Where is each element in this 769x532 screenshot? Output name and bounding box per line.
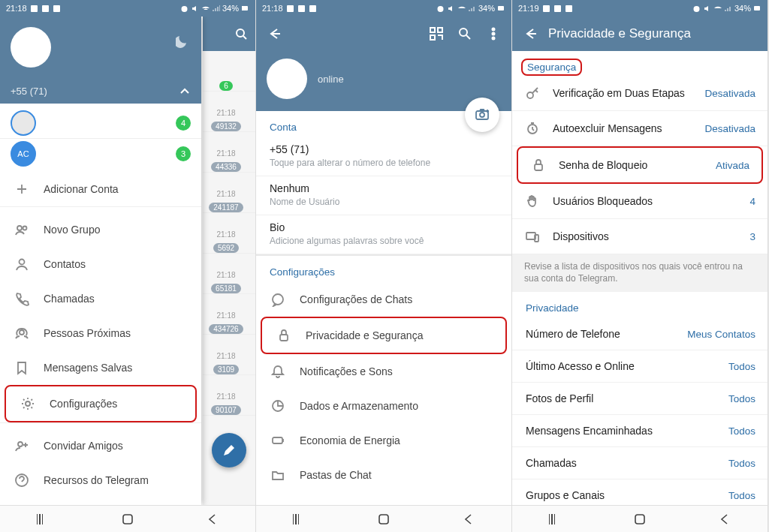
bio-setting[interactable]: Bio Adicione algumas palavras sobre você bbox=[256, 215, 511, 254]
svg-rect-2 bbox=[53, 5, 60, 12]
chat-row[interactable]: 6 bbox=[203, 51, 255, 92]
devices-item[interactable]: Dispositivos 3 bbox=[512, 219, 767, 254]
profile-photos-item[interactable]: Fotos de Perfil Todos bbox=[512, 383, 767, 415]
status-bar: 21:18 34% bbox=[0, 0, 255, 17]
lock-icon bbox=[276, 327, 292, 344]
groups-privacy-item[interactable]: Grupos e Canais Todos bbox=[512, 479, 767, 505]
home-button[interactable] bbox=[378, 513, 390, 525]
drawer-item-label: Convidar Amigos bbox=[44, 440, 188, 452]
power-saving-item[interactable]: Economia de Energia bbox=[256, 423, 511, 458]
setting-primary: Bio bbox=[270, 221, 498, 233]
saved-messages-item[interactable]: Mensagens Salvas bbox=[0, 350, 201, 385]
item-label: Verificação em Duas Etapas bbox=[553, 87, 692, 99]
notifications-item[interactable]: Notificações e Sons bbox=[256, 354, 511, 389]
highlight-security-title: Segurança bbox=[521, 59, 582, 76]
svg-point-29 bbox=[273, 294, 283, 305]
two-step-item[interactable]: Verificação em Duas Etapas Desativada bbox=[512, 76, 767, 111]
nearby-item[interactable]: Pessoas Próximas bbox=[0, 316, 201, 350]
recents-button[interactable] bbox=[549, 514, 561, 524]
more-icon[interactable] bbox=[486, 26, 501, 41]
back-button[interactable] bbox=[463, 513, 475, 525]
search-icon-wrap[interactable] bbox=[203, 17, 255, 51]
qr-icon[interactable] bbox=[429, 26, 444, 41]
battery-pct: 34% bbox=[222, 4, 239, 13]
home-button[interactable] bbox=[634, 513, 646, 525]
mute-icon bbox=[447, 5, 455, 13]
drawer-item-label: Novo Grupo bbox=[44, 224, 188, 236]
passcode-lock-item[interactable]: Senha de Bloqueio Ativada bbox=[518, 148, 761, 182]
last-seen-item[interactable]: Último Acesso e Online Todos bbox=[512, 350, 767, 383]
key-icon bbox=[524, 86, 541, 101]
avatar[interactable] bbox=[11, 27, 51, 68]
svg-rect-1 bbox=[42, 5, 49, 12]
telegram-features-item[interactable]: Recursos do Telegram bbox=[0, 463, 201, 497]
back-button[interactable] bbox=[719, 513, 731, 525]
item-label: Senha de Bloqueio bbox=[559, 159, 704, 171]
bookmark-icon bbox=[14, 359, 30, 376]
calls-item[interactable]: Chamadas bbox=[0, 281, 201, 316]
night-mode-toggle[interactable] bbox=[176, 35, 191, 52]
svg-point-10 bbox=[20, 330, 24, 335]
blocked-users-item[interactable]: Usuários Bloqueados 4 bbox=[512, 184, 767, 219]
svg-rect-22 bbox=[430, 35, 435, 40]
page-title: Privacidade e Segurança bbox=[548, 26, 757, 41]
unread-badge: 4 bbox=[176, 116, 191, 131]
back-button[interactable] bbox=[207, 513, 219, 525]
avatar[interactable] bbox=[267, 59, 307, 99]
chat-row[interactable]: 21:1865181 bbox=[203, 254, 255, 294]
appbar bbox=[256, 17, 511, 51]
phone-privacy-item[interactable]: Número de Telefone Meus Contatos bbox=[512, 318, 767, 350]
android-navbar bbox=[0, 505, 255, 532]
chat-row[interactable]: 21:18434726 bbox=[203, 294, 255, 335]
chat-row[interactable]: 21:185692 bbox=[203, 213, 255, 254]
drawer-item-label: Adicionar Conta bbox=[44, 183, 188, 195]
rec-icon bbox=[286, 5, 294, 13]
status-time: 21:19 bbox=[518, 4, 539, 13]
highlight-privacy: Privacidade e Segurança bbox=[261, 317, 507, 354]
new-group-item[interactable]: Novo Grupo bbox=[0, 212, 201, 247]
back-arrow-icon[interactable] bbox=[523, 26, 538, 41]
forwarded-messages-item[interactable]: Mensagens Encaminhadas Todos bbox=[512, 415, 767, 447]
chat-row[interactable]: 21:18241187 bbox=[203, 173, 255, 213]
android-navbar bbox=[256, 505, 511, 532]
svg-point-9 bbox=[20, 260, 25, 265]
back-arrow-icon[interactable] bbox=[267, 26, 282, 41]
phone-setting[interactable]: +55 (71) Toque para alterar o número de … bbox=[256, 137, 511, 176]
username-setting[interactable]: Nenhum Nome de Usuário bbox=[256, 176, 511, 215]
contacts-item[interactable]: Contatos bbox=[0, 247, 201, 281]
settings-item[interactable]: Configurações bbox=[6, 386, 195, 421]
devices-item[interactable]: Dispositivos bbox=[256, 492, 511, 505]
chat-row[interactable]: 21:183109 bbox=[203, 335, 255, 375]
item-label: Autoexcluir Mensagens bbox=[553, 122, 692, 134]
chat-folders-item[interactable]: Pastas de Chat bbox=[256, 458, 511, 492]
item-label: Grupos e Canais bbox=[526, 489, 716, 501]
recents-button[interactable] bbox=[293, 514, 305, 524]
change-photo-fab[interactable] bbox=[465, 98, 499, 132]
drawer-phone: +55 (71) bbox=[11, 86, 47, 97]
recents-button[interactable] bbox=[37, 514, 49, 524]
calls-privacy-item[interactable]: Chamadas Todos bbox=[512, 447, 767, 479]
group-icon bbox=[14, 221, 30, 238]
item-label: Chamadas bbox=[526, 457, 716, 469]
person-icon bbox=[14, 256, 30, 272]
auto-delete-item[interactable]: Autoexcluir Mensagens Desativada bbox=[512, 111, 767, 146]
add-account-item[interactable]: Adicionar Conta bbox=[0, 172, 201, 206]
account-row-1[interactable]: 4 bbox=[0, 104, 201, 139]
camera-icon bbox=[474, 107, 490, 123]
svg-point-18 bbox=[437, 6, 443, 12]
invite-friends-item[interactable]: Convidar Amigos bbox=[0, 428, 201, 463]
account-row-2[interactable]: AC 3 bbox=[0, 139, 201, 172]
chat-row[interactable]: 21:1890107 bbox=[203, 375, 255, 416]
home-button[interactable] bbox=[122, 513, 134, 525]
search-icon bbox=[234, 27, 248, 41]
chats-settings-item[interactable]: Configurações de Chats bbox=[256, 282, 511, 317]
compose-fab[interactable] bbox=[212, 433, 246, 467]
privacy-security-item[interactable]: Privacidade e Segurança bbox=[262, 318, 505, 353]
chevron-up-icon[interactable] bbox=[177, 84, 191, 98]
data-storage-item[interactable]: Dados e Armazenamento bbox=[256, 389, 511, 423]
chat-row[interactable]: 21:1849132 bbox=[203, 92, 255, 132]
item-label: Configurações de Chats bbox=[300, 293, 498, 305]
chat-row[interactable]: 21:1844336 bbox=[203, 132, 255, 173]
search-icon[interactable] bbox=[457, 26, 472, 41]
battery-pct: 34% bbox=[734, 4, 751, 13]
